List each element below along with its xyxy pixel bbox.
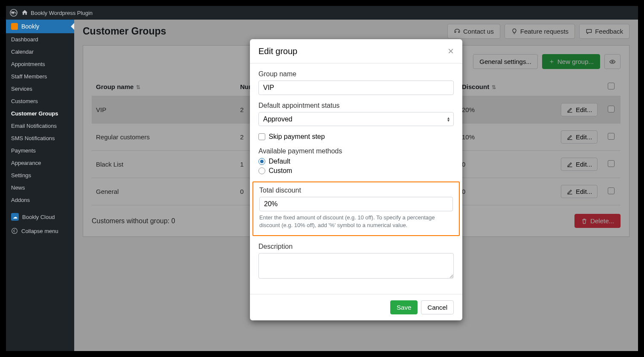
payment-methods-label: Available payment methods xyxy=(258,147,454,155)
payment-default-radio[interactable] xyxy=(258,158,265,165)
description-label: Description xyxy=(258,243,454,250)
sidebar-item-dashboard[interactable]: Dashboard xyxy=(6,33,74,46)
cancel-button[interactable]: Cancel xyxy=(421,300,454,314)
sidebar-item-customer-groups[interactable]: Customer Groups xyxy=(6,107,74,120)
admin-bar: Bookly Wordpress Plugin xyxy=(6,6,638,20)
sidebar-item-payments[interactable]: Payments xyxy=(6,144,74,157)
status-select[interactable]: Approved xyxy=(258,112,454,126)
payment-custom-radio[interactable] xyxy=(258,167,265,174)
discount-label: Total discount xyxy=(259,187,453,194)
modal-close-button[interactable]: × xyxy=(448,46,454,56)
sidebar-item-appointments[interactable]: Appointments xyxy=(6,58,74,70)
sidebar-item-settings[interactable]: Settings xyxy=(6,169,74,181)
bookly-icon xyxy=(11,23,18,30)
sidebar-item-appearance[interactable]: Appearance xyxy=(6,157,74,169)
sidebar-item-services[interactable]: Services xyxy=(6,83,74,95)
sidebar-item-sms-notifications[interactable]: SMS Notifications xyxy=(6,132,74,144)
sidebar-top-bookly[interactable]: Bookly xyxy=(6,20,74,33)
site-name-text: Bookly Wordpress Plugin xyxy=(31,10,93,16)
group-name-input[interactable] xyxy=(258,81,454,95)
save-button[interactable]: Save xyxy=(390,300,418,314)
edit-group-modal: Edit group × Group name Default appointm… xyxy=(250,39,462,320)
status-label: Default appointment status xyxy=(258,102,454,109)
skip-payment-label: Skip payment step xyxy=(269,133,325,141)
group-name-label: Group name xyxy=(258,70,454,78)
sidebar-item-customers[interactable]: Customers xyxy=(6,95,74,107)
sidebar-item-news[interactable]: News xyxy=(6,181,74,194)
sidebar-item-addons[interactable]: Addons xyxy=(6,194,74,206)
collapse-menu[interactable]: Collapse menu xyxy=(6,224,74,238)
cloud-icon: ☁ xyxy=(11,213,19,221)
active-arrow-icon xyxy=(71,23,74,30)
wordpress-icon[interactable] xyxy=(9,9,18,17)
discount-input[interactable] xyxy=(259,197,453,211)
admin-sidebar: Bookly DashboardCalendarAppointmentsStaf… xyxy=(6,20,74,351)
sidebar-bookly-cloud[interactable]: ☁ Bookly Cloud xyxy=(6,210,74,224)
sidebar-item-staff-members[interactable]: Staff Members xyxy=(6,70,74,83)
skip-payment-checkbox[interactable] xyxy=(258,133,265,140)
modal-title: Edit group xyxy=(258,46,297,56)
site-link[interactable]: Bookly Wordpress Plugin xyxy=(21,9,93,16)
discount-highlight: Total discount Enter the fixed amount of… xyxy=(252,181,460,236)
description-textarea[interactable] xyxy=(258,253,454,279)
main-content: Customer Groups Contact us Feature reque… xyxy=(74,20,638,351)
sidebar-item-email-notifications[interactable]: Email Notifications xyxy=(6,120,74,132)
svg-point-1 xyxy=(12,228,17,234)
discount-help: Enter the fixed amount of discount (e.g.… xyxy=(259,214,453,229)
sidebar-item-calendar[interactable]: Calendar xyxy=(6,46,74,58)
